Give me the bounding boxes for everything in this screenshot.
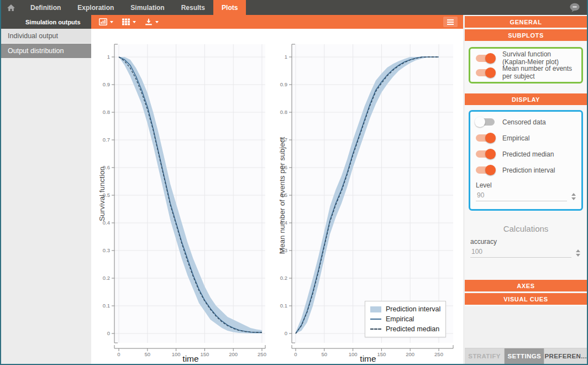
toggle-empirical[interactable] — [476, 134, 495, 142]
section-header-visual-cues[interactable]: VISUAL CUES — [465, 293, 587, 305]
toggle-mean-number-of-events-per-subject[interactable] — [476, 69, 495, 76]
toggle-label: Empirical — [502, 134, 529, 142]
section-header-axes[interactable]: AXES — [465, 280, 587, 291]
svg-text:0.3: 0.3 — [103, 247, 110, 253]
menu-icon[interactable] — [443, 17, 458, 27]
svg-text:0.6: 0.6 — [103, 164, 110, 170]
caret-down-icon — [155, 21, 159, 23]
nav-tab-simulation[interactable]: Simulation — [122, 0, 172, 15]
toggle-label: Mean number of events per subject — [502, 65, 577, 80]
top-nav: DefinitionExplorationSimulationResultsPl… — [1, 0, 587, 15]
svg-text:0.2: 0.2 — [103, 275, 110, 281]
survival-function-chart: 05010015020025000.10.20.30.40.50.60.70.8… — [91, 29, 277, 365]
legend-label: Empirical — [386, 315, 414, 323]
svg-text:0.9: 0.9 — [103, 81, 110, 87]
toggle-label: Censored data — [502, 118, 546, 126]
svg-text:0: 0 — [117, 351, 120, 357]
nav-tab-exploration[interactable]: Exploration — [69, 0, 122, 15]
svg-text:250: 250 — [258, 351, 266, 357]
toolbar-icons — [91, 15, 159, 29]
svg-text:200: 200 — [229, 351, 238, 357]
svg-text:0.5: 0.5 — [280, 192, 287, 198]
toggle-row-empirical: Empirical — [476, 130, 577, 146]
svg-text:0.8: 0.8 — [103, 109, 110, 115]
svg-text:0.6: 0.6 — [280, 164, 287, 170]
toggle-censored-data[interactable] — [476, 118, 495, 126]
svg-text:100: 100 — [172, 351, 181, 357]
toggle-label: Predicted median — [502, 150, 554, 158]
export-icon[interactable] — [145, 18, 159, 25]
display-toggle-group: Censored dataEmpiricalPredicted medianPr… — [469, 110, 583, 211]
footer-tab-stratify[interactable]: STRATIFY — [465, 348, 505, 364]
sidebar: Individual outputOutput distribution — [1, 29, 91, 364]
sidebar-header: Simulation outputs — [1, 15, 91, 29]
footer-tab-settings[interactable]: SETTINGS — [505, 348, 544, 364]
calculations-title: Calculations — [465, 224, 587, 233]
svg-text:0.4: 0.4 — [103, 220, 110, 226]
svg-text:0: 0 — [107, 330, 110, 336]
app-window: DefinitionExplorationSimulationResultsPl… — [0, 0, 588, 365]
svg-text:0.4: 0.4 — [280, 220, 287, 226]
toggle-knob — [485, 165, 496, 175]
sidebar-item-individual-output[interactable]: Individual output — [1, 29, 91, 44]
svg-text:250: 250 — [434, 351, 443, 357]
caret-down-icon — [110, 21, 113, 23]
svg-text:200: 200 — [406, 351, 414, 357]
accuracy-label: accuracy — [470, 238, 581, 246]
toggle-survival-function-kaplan-meier-plot[interactable] — [476, 55, 495, 62]
layout-grid-icon[interactable] — [122, 18, 136, 25]
accuracy-input[interactable] — [470, 247, 571, 258]
plot-area: 05010015020025000.10.20.30.40.50.60.70.8… — [91, 29, 463, 364]
legend-entry: Empirical — [370, 314, 440, 324]
toggle-label: Prediction interval — [502, 166, 555, 174]
toggle-knob — [485, 67, 496, 78]
svg-text:1: 1 — [107, 54, 110, 60]
caret-down-icon — [133, 21, 136, 23]
subplots-toggle-group: Survival function (Kaplan-Meier plot)Mea… — [469, 47, 583, 84]
legend-entry: Prediction interval — [370, 304, 440, 314]
nav-tab-definition[interactable]: Definition — [22, 0, 69, 15]
plot-toolbar: Simulation outputs — [1, 15, 463, 29]
level-spinner — [567, 193, 577, 201]
svg-text:100: 100 — [349, 351, 358, 357]
spinner-up-icon[interactable] — [571, 193, 576, 196]
toggle-prediction-interval[interactable] — [476, 166, 495, 174]
svg-text:0.8: 0.8 — [280, 109, 287, 115]
legend-label: Predicted median — [386, 325, 439, 333]
svg-text:0.2: 0.2 — [280, 275, 287, 281]
spinner-down-icon[interactable] — [576, 254, 580, 257]
chat-bubble-icon[interactable] — [563, 0, 587, 15]
toggle-row-censored-data: Censored data — [476, 114, 577, 130]
toggle-knob — [485, 149, 496, 159]
svg-text:150: 150 — [377, 351, 386, 357]
display-toggles: Censored dataEmpiricalPredicted medianPr… — [476, 114, 577, 178]
nav-tab-plots[interactable]: Plots — [213, 0, 246, 15]
svg-text:0: 0 — [294, 351, 297, 357]
legend-swatch-dashed-line — [370, 328, 381, 330]
section-header-display[interactable]: DISPLAY — [465, 93, 587, 105]
section-header-subplots[interactable]: SUBPLOTS — [465, 29, 587, 41]
toggle-knob — [475, 117, 485, 127]
sidebar-item-output-distribution[interactable]: Output distribution — [1, 44, 91, 59]
svg-text:50: 50 — [322, 351, 328, 357]
svg-text:0.5: 0.5 — [103, 192, 110, 198]
legend-label: Prediction interval — [386, 305, 440, 313]
accuracy-spinner — [571, 249, 581, 258]
panel-filler — [465, 306, 587, 348]
svg-text:0.7: 0.7 — [103, 137, 110, 143]
plot-type-icon[interactable] — [99, 18, 113, 25]
level-label: Level — [476, 181, 577, 189]
toggle-predicted-median[interactable] — [476, 150, 495, 158]
nav-tab-results[interactable]: Results — [173, 0, 213, 15]
svg-text:1: 1 — [285, 54, 287, 60]
section-header-general[interactable]: GENERAL — [465, 16, 587, 28]
level-input[interactable] — [476, 190, 567, 201]
footer-tab-preferen[interactable]: PREFEREN... — [544, 348, 587, 364]
spinner-down-icon[interactable] — [571, 197, 576, 200]
svg-text:0.9: 0.9 — [280, 81, 287, 87]
legend-swatch-solid-line — [370, 319, 381, 320]
home-icon[interactable] — [1, 0, 22, 15]
toggle-knob — [485, 53, 496, 64]
svg-text:0: 0 — [285, 330, 287, 336]
spinner-up-icon[interactable] — [576, 249, 580, 252]
